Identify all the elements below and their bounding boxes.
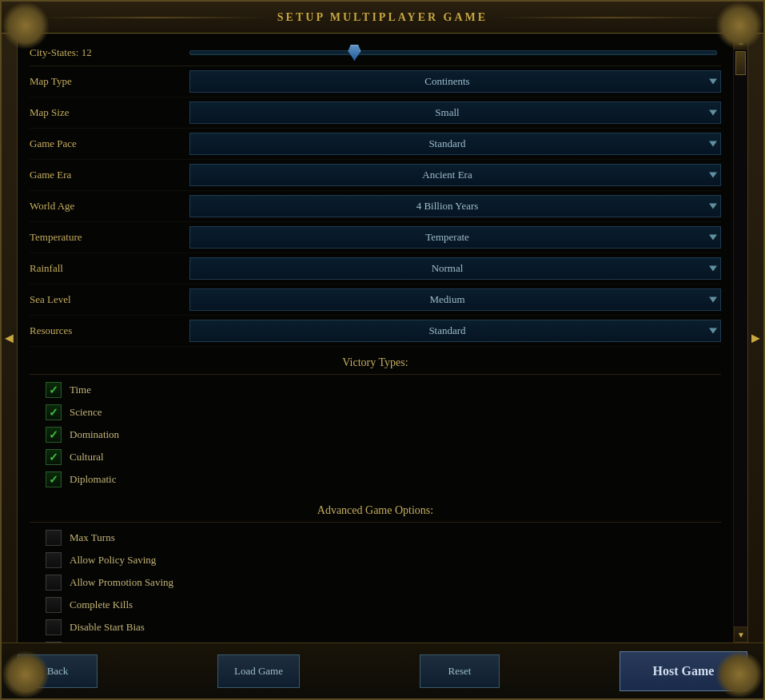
setting-row-0: Map Type Continents — [30, 66, 721, 97]
title-bar: SETUP MULTIPLAYER GAME — [2, 2, 763, 34]
victory-types-header: Victory Types: — [30, 347, 721, 375]
advanced-row-4: Disable Start Bias — [30, 616, 721, 638]
advanced-label-2: Allow Promotion Saving — [70, 576, 173, 589]
setting-dropdown-6[interactable]: Normal — [189, 257, 721, 280]
setting-row-6: Rainfall Normal — [30, 253, 721, 284]
right-side-decoration: ► — [747, 34, 763, 642]
reset-button[interactable]: Reset — [420, 654, 500, 688]
load-game-button[interactable]: Load Game — [217, 654, 300, 688]
city-states-slider-thumb[interactable] — [348, 45, 361, 61]
setting-row-4: World Age 4 Billion Years — [30, 191, 721, 222]
city-states-slider-container — [189, 50, 721, 55]
setting-label-6: Rainfall — [30, 262, 189, 275]
setting-row-7: Sea Level Medium — [30, 284, 721, 316]
victory-row-2: Domination — [30, 424, 721, 446]
scroll-wrapper[interactable]: City-States: 12 Map Type Continents Map … — [18, 34, 733, 642]
setting-dropdown-7[interactable]: Medium — [189, 288, 721, 311]
left-side-decoration: ◄ — [2, 34, 18, 642]
scroll-down-button[interactable]: ▼ — [734, 626, 748, 642]
setting-dropdown-5[interactable]: Temperate — [189, 226, 721, 249]
setting-dropdown-2[interactable]: Standard — [189, 133, 721, 155]
setting-dropdown-3[interactable]: Ancient Era — [189, 164, 721, 186]
left-arrow-icon[interactable]: ◄ — [2, 330, 17, 347]
setting-label-2: Game Pace — [30, 137, 189, 150]
advanced-options-header: Advanced Game Options: — [30, 495, 721, 523]
setting-row-1: Map Size Small — [30, 97, 721, 129]
setting-label-0: Map Type — [30, 75, 189, 88]
setting-row-2: Game Pace Standard — [30, 129, 721, 160]
scrollbar: ▲ ▼ — [733, 34, 747, 642]
victory-label-3: Cultural — [70, 451, 104, 463]
setting-dropdown-0[interactable]: Continents — [189, 70, 721, 93]
content-area: City-States: 12 Map Type Continents Map … — [18, 34, 733, 642]
advanced-row-0: Max Turns — [30, 527, 721, 549]
corner-decoration-bl — [2, 650, 50, 698]
victory-label-4: Diplomatic — [70, 473, 117, 486]
victory-row-0: Time — [30, 379, 721, 401]
bottom-bar: Back Load Game Reset Host Game — [2, 642, 763, 698]
scrollbar-track — [734, 50, 747, 626]
advanced-options-list: Max Turns Allow Policy Saving Allow Prom… — [30, 523, 721, 642]
advanced-checkbox-0[interactable] — [46, 530, 62, 546]
setting-dropdown-4[interactable]: 4 Billion Years — [189, 195, 721, 217]
advanced-checkbox-3[interactable] — [46, 597, 62, 613]
setting-row-5: Temperature Temperate — [30, 222, 721, 253]
advanced-row-1: Allow Policy Saving — [30, 549, 721, 571]
victory-label-0: Time — [70, 384, 91, 396]
advanced-label-3: Complete Kills — [70, 599, 133, 611]
advanced-label-0: Max Turns — [70, 531, 115, 544]
advanced-checkbox-5[interactable] — [46, 642, 62, 642]
victory-checkbox-1[interactable] — [46, 404, 62, 420]
advanced-checkbox-4[interactable] — [46, 619, 62, 635]
advanced-checkbox-2[interactable] — [46, 575, 62, 591]
scrollbar-thumb[interactable] — [735, 51, 746, 75]
victory-checkbox-0[interactable] — [46, 382, 62, 398]
city-states-label: City-States: 12 — [30, 46, 189, 59]
corner-decoration-br — [715, 650, 763, 698]
victory-checkbox-3[interactable] — [46, 449, 62, 465]
settings-container: City-States: 12 Map Type Continents Map … — [18, 34, 733, 642]
advanced-row-3: Complete Kills — [30, 594, 721, 616]
advanced-label-1: Allow Policy Saving — [70, 554, 156, 567]
victory-row-3: Cultural — [30, 446, 721, 468]
outer-frame: SETUP MULTIPLAYER GAME ◄ City-States: 12 — [0, 0, 765, 700]
advanced-label-4: Disable Start Bias — [70, 621, 145, 634]
victory-label-2: Domination — [70, 428, 119, 441]
setting-label-4: World Age — [30, 200, 189, 213]
setting-dropdown-1[interactable]: Small — [189, 101, 721, 124]
victory-label-1: Science — [70, 406, 102, 419]
city-states-row: City-States: 12 — [30, 40, 721, 66]
setting-dropdown-8[interactable]: Standard — [189, 320, 721, 342]
right-arrow-icon[interactable]: ► — [749, 330, 763, 347]
advanced-row-2: Allow Promotion Saving — [30, 571, 721, 594]
setting-row-3: Game Era Ancient Era — [30, 160, 721, 191]
city-states-slider-track — [189, 50, 717, 55]
setting-label-5: Temperature — [30, 231, 189, 244]
setting-label-3: Game Era — [30, 169, 189, 181]
corner-decoration-tl — [2, 2, 50, 50]
victory-row-1: Science — [30, 401, 721, 424]
page-title: SETUP MULTIPLAYER GAME — [277, 11, 488, 24]
victory-checkbox-4[interactable] — [46, 471, 62, 487]
settings-rows: Map Type Continents Map Size Small Game … — [30, 66, 721, 347]
advanced-row-5: Enable Turn Timer — [30, 638, 721, 642]
victory-checkbox-2[interactable] — [46, 427, 62, 443]
victory-row-4: Diplomatic — [30, 468, 721, 491]
advanced-checkbox-1[interactable] — [46, 552, 62, 568]
victory-types-list: Time Science Domination Cultural Diploma… — [30, 375, 721, 495]
setting-label-1: Map Size — [30, 106, 189, 119]
setting-label-7: Sea Level — [30, 293, 189, 306]
setting-row-8: Resources Standard — [30, 316, 721, 347]
corner-decoration-tr — [715, 2, 763, 50]
setting-label-8: Resources — [30, 324, 189, 337]
